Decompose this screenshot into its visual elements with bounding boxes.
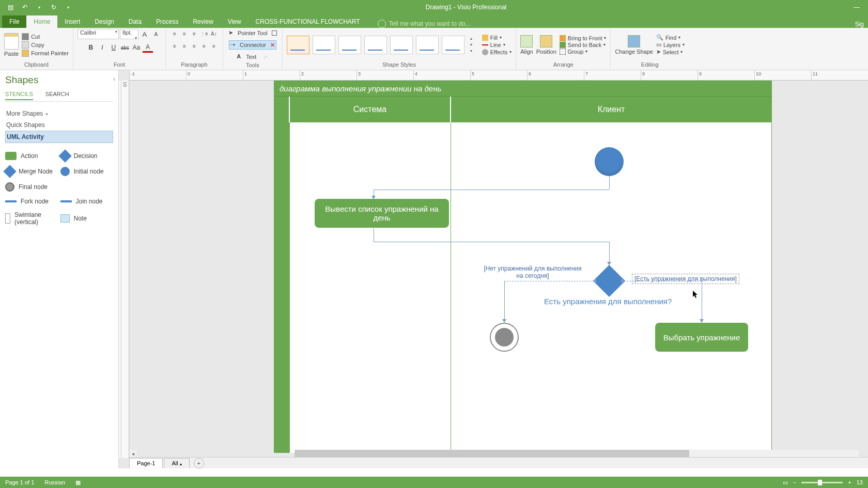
align-button[interactable]: Align: [520, 35, 533, 55]
shape-initial[interactable]: Initial node: [60, 167, 114, 176]
page[interactable]: диаграмма выполнения упражнении на день …: [274, 81, 772, 452]
paste-button[interactable]: Paste: [4, 33, 19, 57]
qat-customize-icon[interactable]: ▾: [62, 2, 74, 13]
action-list-exercises[interactable]: Вывести список упражнений на день: [315, 199, 449, 228]
signin-link[interactable]: Sig: [855, 21, 868, 28]
undo-icon[interactable]: ↶: [19, 2, 31, 13]
undo-more-icon[interactable]: ▾: [33, 2, 45, 13]
tab-home[interactable]: Home: [26, 15, 57, 28]
text-direction-button[interactable]: A↕: [209, 29, 219, 38]
case-button[interactable]: Aa: [131, 42, 142, 53]
diagram-title[interactable]: диаграмма выполнения упражнении на день: [274, 81, 771, 97]
tab-design[interactable]: Design: [87, 15, 121, 28]
style-thumb-1[interactable]: [287, 36, 309, 54]
font-name-combo[interactable]: Calibri: [78, 29, 119, 39]
shape-note[interactable]: Note: [60, 211, 114, 226]
scrollbar-horizontal[interactable]: [295, 450, 859, 457]
connector[interactable]: [609, 176, 610, 190]
align-middle-button[interactable]: ≡: [180, 29, 189, 38]
align-left-button[interactable]: ≡: [170, 41, 179, 51]
style-thumb-7[interactable]: [442, 36, 464, 54]
shrink-font-button[interactable]: A: [151, 29, 161, 39]
style-thumb-4[interactable]: [364, 36, 387, 54]
tab-file[interactable]: File: [2, 15, 26, 28]
lane-header-system[interactable]: Система: [290, 97, 451, 122]
layers-button[interactable]: ▭Layers▾: [656, 41, 685, 48]
cat-quick-shapes[interactable]: Quick Shapes: [5, 119, 113, 131]
align-bottom-button[interactable]: ≡: [190, 29, 199, 38]
minimize-icon[interactable]: —: [854, 4, 860, 11]
style-thumb-2[interactable]: [313, 36, 335, 54]
group-button[interactable]: Group▾: [560, 49, 607, 55]
decision-node[interactable]: [593, 265, 625, 297]
new-page-button[interactable]: +: [194, 458, 204, 468]
effects-button[interactable]: Effects▾: [482, 49, 512, 55]
text-tool-button[interactable]: AText⟋: [236, 53, 269, 61]
view-presentation-icon[interactable]: ▭: [783, 479, 788, 486]
redo-icon[interactable]: ↻: [48, 2, 60, 13]
tab-search[interactable]: SEARCH: [45, 89, 69, 100]
connector[interactable]: [504, 281, 596, 281]
tab-process[interactable]: Process: [149, 15, 185, 28]
macro-record-icon[interactable]: ▦: [75, 479, 81, 486]
connector[interactable]: [622, 281, 702, 281]
line-button[interactable]: Line▾: [482, 42, 512, 48]
close-icon[interactable]: ✕: [270, 42, 275, 49]
collapse-panel-icon[interactable]: ‹: [113, 75, 115, 83]
increase-indent-button[interactable]: ≡: [209, 41, 219, 51]
connector[interactable]: [702, 281, 702, 320]
condition-yes-editing[interactable]: [Есть упражнения для выполнения]: [632, 274, 739, 284]
cat-more-shapes[interactable]: More Shapes▸: [5, 108, 113, 119]
connector[interactable]: [374, 242, 609, 242]
italic-button[interactable]: I: [97, 42, 107, 53]
scroll-left-button[interactable]: ◂: [129, 450, 136, 457]
position-button[interactable]: Position: [536, 35, 556, 55]
shape-fork[interactable]: Fork node: [5, 198, 58, 205]
change-shape-button[interactable]: Change Shape: [615, 35, 653, 55]
shape-swimlane[interactable]: Swimlane (vertical): [5, 211, 58, 226]
style-thumb-5[interactable]: [390, 36, 413, 54]
style-thumb-6[interactable]: [416, 36, 439, 54]
align-center-button[interactable]: ≡: [180, 41, 189, 51]
connector-tool-button[interactable]: ⇢Connector✕: [229, 40, 276, 50]
find-button[interactable]: 🔍Find▾: [656, 34, 685, 41]
initial-node[interactable]: [595, 147, 624, 176]
connector[interactable]: [374, 190, 609, 190]
send-to-back-button[interactable]: Send to Back▾: [560, 42, 607, 48]
page-tab-all[interactable]: All ▴: [164, 458, 189, 468]
page-tab-1[interactable]: Page-1: [129, 458, 163, 468]
align-right-button[interactable]: ≡: [190, 41, 199, 51]
shape-join[interactable]: Join node: [60, 198, 114, 205]
font-color-button[interactable]: A: [143, 42, 153, 53]
style-thumb-3[interactable]: [338, 36, 361, 54]
cat-uml-activity[interactable]: UML Activity: [5, 131, 113, 143]
align-top-button[interactable]: ≡: [170, 29, 179, 38]
tab-view[interactable]: View: [221, 15, 249, 28]
rect-tool-icon[interactable]: [272, 30, 277, 36]
tab-insert[interactable]: Insert: [57, 15, 87, 28]
tab-cross-functional[interactable]: CROSS-FUNCTIONAL FLOWCHART: [249, 15, 367, 28]
copy-button[interactable]: Copy: [22, 41, 69, 49]
connector[interactable]: [504, 281, 505, 320]
styles-more-button[interactable]: ▴▾▾: [468, 36, 475, 54]
shape-decision[interactable]: Decision: [60, 151, 114, 161]
zoom-slider[interactable]: [801, 482, 843, 483]
final-node[interactable]: [490, 323, 519, 352]
connector[interactable]: [374, 228, 374, 242]
pointer-tool-button[interactable]: ➤Pointer Tool: [227, 29, 278, 37]
tell-me-input[interactable]: Tell me what you want to do...: [378, 20, 471, 28]
strike-button[interactable]: abc: [120, 42, 130, 53]
bullets-button[interactable]: ⋮≡: [199, 29, 209, 38]
font-size-combo[interactable]: 8pt.: [120, 29, 138, 39]
zoom-out-button[interactable]: −: [793, 479, 796, 485]
tab-review[interactable]: Review: [185, 15, 220, 28]
bold-button[interactable]: B: [86, 42, 96, 53]
shape-action[interactable]: Action: [5, 151, 58, 161]
tab-data[interactable]: Data: [121, 15, 149, 28]
decrease-indent-button[interactable]: ≡: [199, 41, 209, 51]
format-painter-button[interactable]: Format Painter: [22, 50, 69, 57]
grow-font-button[interactable]: A: [140, 29, 150, 39]
underline-button[interactable]: U: [109, 42, 119, 53]
lane-header-client[interactable]: Клиент: [451, 97, 771, 122]
scroll-thumb[interactable]: [295, 450, 689, 457]
